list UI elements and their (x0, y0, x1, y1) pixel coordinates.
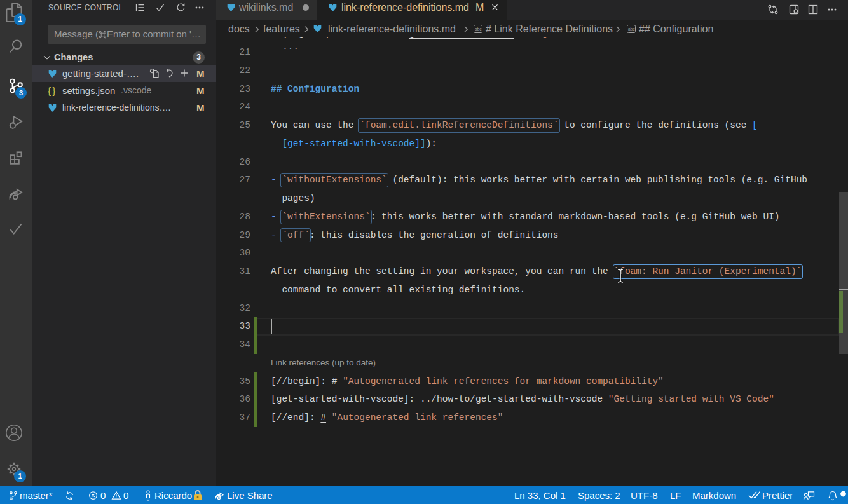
svg-text:abc: abc (475, 27, 482, 31)
svg-text:abc: abc (628, 27, 635, 31)
